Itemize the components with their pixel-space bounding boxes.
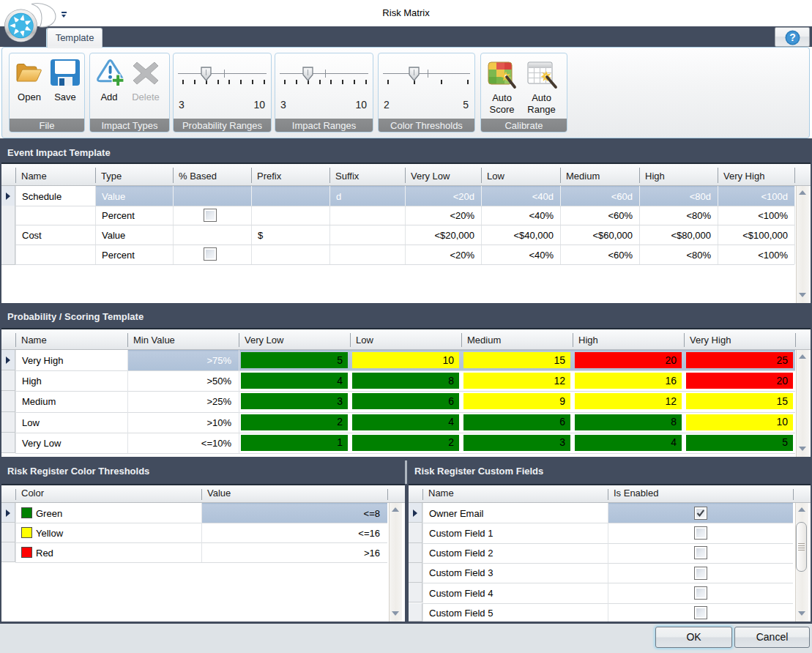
svg-text:?: ?: [789, 31, 796, 43]
